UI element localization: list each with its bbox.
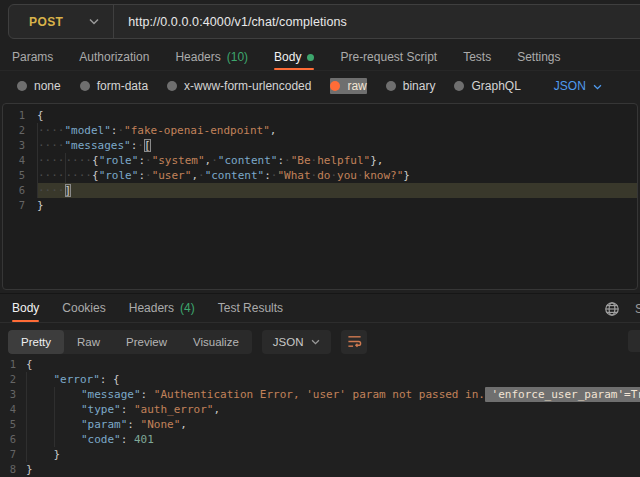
whitespace-dot: · — [284, 154, 291, 167]
json-punctuation: , — [213, 403, 220, 416]
code-line: 1{ — [0, 357, 640, 372]
line-number: 2 — [0, 372, 26, 387]
tab-headers[interactable]: Headers(10) — [175, 44, 248, 70]
view-visualize[interactable]: Visualize — [180, 330, 252, 354]
unsaved-dot-icon — [307, 54, 314, 61]
tab-label: Authorization — [79, 50, 149, 64]
code-line: 7} — [3, 198, 637, 213]
response-view-switcher: PrettyRawPreviewVisualize — [8, 330, 252, 354]
body-type-binary[interactable]: binary — [386, 79, 436, 93]
json-punctuation: : — [141, 388, 154, 401]
response-tabs: St BodyCookiesHeaders(4)Test Results — [0, 293, 640, 323]
json-string: "fake-openai-endpoint" — [124, 124, 270, 137]
indent-guide: ···· — [37, 168, 65, 183]
line-number: 7 — [3, 198, 37, 213]
code-content: "type": "auth_error", — [26, 402, 640, 417]
tab-label: Body — [274, 50, 301, 64]
selected-text: 'enforce_user_param'=True" — [485, 387, 640, 402]
code-line: 6····] — [3, 183, 637, 198]
json-key: "type" — [81, 403, 121, 416]
indent-guide — [26, 447, 54, 462]
code-content: ····"model":·"fake-openai-endpoint", — [37, 123, 637, 138]
json-key: "error" — [54, 373, 100, 386]
line-number: 5 — [0, 417, 26, 432]
whitespace-dot: · — [357, 169, 364, 182]
json-punctuation: { — [26, 358, 33, 371]
response-tab-headers[interactable]: Headers(4) — [129, 294, 195, 322]
radio-circle-icon — [167, 81, 177, 91]
body-type-graphql[interactable]: GraphQL — [454, 79, 520, 93]
tab-label: Body — [12, 301, 39, 315]
code-line: 2 "error": { — [0, 372, 640, 387]
whitespace-dot: · — [211, 154, 218, 167]
response-tab-body[interactable]: Body — [12, 294, 39, 322]
body-type-none[interactable]: none — [17, 79, 61, 93]
radio-label: GraphQL — [471, 79, 520, 93]
json-punctuation: : { — [100, 373, 120, 386]
response-tab-test-results[interactable]: Test Results — [218, 294, 283, 322]
method-selector[interactable]: POST — [9, 5, 113, 38]
json-punctuation: ,· — [205, 154, 218, 167]
clipped-right-button[interactable] — [628, 330, 640, 352]
json-punctuation: :· — [138, 169, 151, 182]
json-string: "None" — [141, 418, 181, 431]
indent-guide — [26, 372, 54, 387]
json-punctuation: { — [92, 169, 99, 182]
view-preview[interactable]: Preview — [113, 330, 180, 354]
radio-circle-icon — [454, 81, 464, 91]
code-content: "param": "None", — [26, 417, 640, 432]
method-label: POST — [29, 15, 63, 29]
line-number: 4 — [3, 153, 37, 168]
radio-label: none — [34, 79, 61, 93]
tab-body[interactable]: Body — [274, 44, 314, 70]
indent-guide: ···· — [37, 138, 65, 153]
radio-circle-icon — [17, 81, 27, 91]
request-body-editor[interactable]: 1{2····"model":·"fake-openai-endpoint",3… — [2, 103, 638, 290]
code-content: ····] — [37, 183, 637, 198]
tab-settings[interactable]: Settings — [517, 44, 560, 70]
radio-label: binary — [403, 79, 436, 93]
line-number: 7 — [0, 447, 26, 462]
radio-circle-icon — [80, 81, 90, 91]
tab-tests[interactable]: Tests — [463, 44, 491, 70]
json-punctuation: }, — [370, 154, 383, 167]
view-raw[interactable]: Raw — [64, 330, 113, 354]
line-number: 8 — [0, 462, 26, 477]
tab-label: Settings — [517, 50, 560, 64]
tab-params[interactable]: Params — [12, 44, 53, 70]
code-line: 5········{"role":·"user",·"content":·"Wh… — [3, 168, 637, 183]
body-type-form-data[interactable]: form-data — [80, 79, 148, 93]
tab-pre-request-script[interactable]: Pre-request Script — [340, 44, 437, 70]
code-line: 1{ — [3, 108, 637, 123]
indent-guide: ···· — [37, 123, 65, 138]
radio-circle-icon — [330, 81, 340, 91]
chevron-down-icon — [89, 18, 99, 25]
indent-guide: ···· — [37, 183, 65, 198]
response-body-editor[interactable]: 1{2 "error": {3 "message": "Authenticati… — [0, 355, 640, 477]
tab-label: Pre-request Script — [340, 50, 437, 64]
globe-icon[interactable] — [604, 301, 620, 320]
tab-authorization[interactable]: Authorization — [79, 44, 149, 70]
code-line: 4 "type": "auth_error", — [0, 402, 640, 417]
code-content: { — [26, 357, 640, 372]
response-format-label: JSON — [273, 336, 304, 348]
url-input[interactable]: http://0.0.0.0:4000/v1/chat/completions — [114, 15, 347, 29]
indent-guide — [54, 417, 82, 432]
response-format-selector[interactable]: JSON — [262, 330, 332, 354]
code-content: { — [37, 108, 637, 123]
wrap-text-button[interactable] — [341, 330, 367, 354]
whitespace-dot: · — [145, 169, 152, 182]
view-pretty[interactable]: Pretty — [8, 330, 64, 354]
json-punctuation: : — [121, 403, 134, 416]
indent-guide — [26, 432, 54, 447]
body-type-x-www-form-urlencoded[interactable]: x-www-form-urlencoded — [167, 79, 311, 93]
format-selector[interactable]: JSON — [554, 79, 602, 93]
json-punctuation: } — [37, 199, 44, 212]
json-key: "content" — [218, 154, 278, 167]
response-tab-cookies[interactable]: Cookies — [62, 294, 105, 322]
json-string: "Be·helpful" — [291, 154, 370, 167]
indent-guide — [26, 402, 54, 417]
json-key: "code" — [81, 433, 121, 446]
request-tabs: ParamsAuthorizationHeaders(10)BodyPre-re… — [0, 44, 640, 71]
body-type-raw[interactable]: raw — [330, 78, 366, 94]
